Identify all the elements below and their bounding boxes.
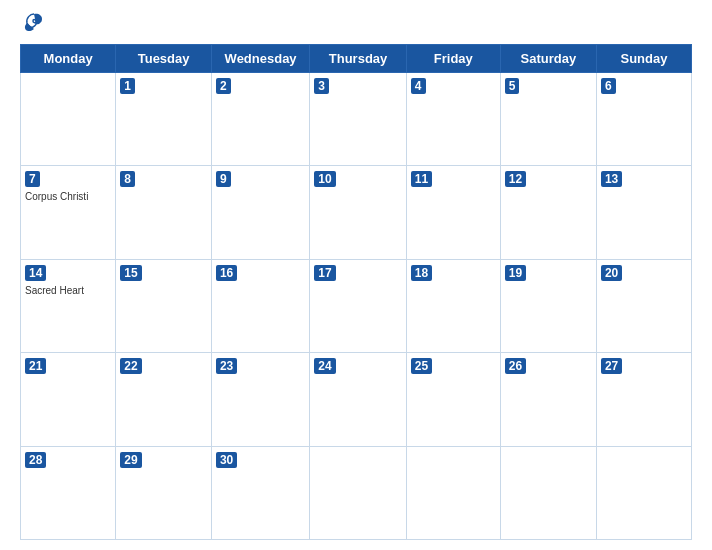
calendar-week-row: 14Sacred Heart151617181920 [21, 259, 692, 352]
day-number: 21 [25, 358, 46, 374]
calendar-day-cell [596, 446, 691, 539]
day-number: 29 [120, 452, 141, 468]
day-number: 19 [505, 265, 526, 281]
logo-bird-icon [20, 10, 48, 38]
calendar-day-cell: 7Corpus Christi [21, 166, 116, 259]
day-number: 28 [25, 452, 46, 468]
calendar-day-cell: 27 [596, 353, 691, 446]
day-number: 13 [601, 171, 622, 187]
calendar-day-cell: 16 [211, 259, 309, 352]
day-number: 16 [216, 265, 237, 281]
calendar-body: 1234567Corpus Christi891011121314Sacred … [21, 73, 692, 540]
day-number: 11 [411, 171, 432, 187]
calendar-day-cell [500, 446, 596, 539]
calendar-day-cell: 5 [500, 73, 596, 166]
calendar-day-cell: 12 [500, 166, 596, 259]
day-number: 26 [505, 358, 526, 374]
day-number: 4 [411, 78, 426, 94]
calendar-header-row: MondayTuesdayWednesdayThursdayFridaySatu… [21, 45, 692, 73]
calendar-day-cell: 18 [406, 259, 500, 352]
calendar-week-row: 7Corpus Christi8910111213 [21, 166, 692, 259]
day-number: 10 [314, 171, 335, 187]
weekday-header: Friday [406, 45, 500, 73]
calendar-day-cell: 15 [116, 259, 212, 352]
calendar-day-cell: 19 [500, 259, 596, 352]
day-number: 12 [505, 171, 526, 187]
calendar-day-cell: 10 [310, 166, 407, 259]
day-number: 25 [411, 358, 432, 374]
calendar-day-cell: 20 [596, 259, 691, 352]
calendar-table: MondayTuesdayWednesdayThursdayFridaySatu… [20, 44, 692, 540]
calendar-week-row: 123456 [21, 73, 692, 166]
day-number: 27 [601, 358, 622, 374]
day-number: 24 [314, 358, 335, 374]
calendar-day-cell [310, 446, 407, 539]
weekday-header: Wednesday [211, 45, 309, 73]
calendar-week-row: 21222324252627 [21, 353, 692, 446]
calendar-day-cell: 8 [116, 166, 212, 259]
day-number: 17 [314, 265, 335, 281]
day-number: 9 [216, 171, 231, 187]
day-number: 20 [601, 265, 622, 281]
calendar-day-cell [406, 446, 500, 539]
calendar-day-cell [21, 73, 116, 166]
calendar-day-cell: 6 [596, 73, 691, 166]
weekday-header: Thursday [310, 45, 407, 73]
calendar-day-cell: 24 [310, 353, 407, 446]
calendar-day-cell: 17 [310, 259, 407, 352]
calendar-day-cell: 30 [211, 446, 309, 539]
calendar-day-cell: 23 [211, 353, 309, 446]
day-number: 6 [601, 78, 616, 94]
calendar-day-cell: 14Sacred Heart [21, 259, 116, 352]
calendar-day-cell: 11 [406, 166, 500, 259]
weekday-header: Monday [21, 45, 116, 73]
day-number: 3 [314, 78, 329, 94]
weekday-header: Tuesday [116, 45, 212, 73]
day-number: 8 [120, 171, 135, 187]
weekday-header: Saturday [500, 45, 596, 73]
calendar-day-cell: 4 [406, 73, 500, 166]
calendar-day-cell: 2 [211, 73, 309, 166]
calendar-day-cell: 28 [21, 446, 116, 539]
calendar-day-cell: 9 [211, 166, 309, 259]
day-number: 15 [120, 265, 141, 281]
weekday-header: Sunday [596, 45, 691, 73]
calendar-week-row: 282930 [21, 446, 692, 539]
calendar-day-cell: 29 [116, 446, 212, 539]
calendar-day-cell: 26 [500, 353, 596, 446]
calendar-day-cell: 3 [310, 73, 407, 166]
holiday-label: Corpus Christi [25, 191, 111, 202]
calendar-day-cell: 22 [116, 353, 212, 446]
day-number: 30 [216, 452, 237, 468]
day-number: 14 [25, 265, 46, 281]
day-number: 1 [120, 78, 135, 94]
logo [20, 10, 52, 38]
day-number: 2 [216, 78, 231, 94]
calendar-day-cell: 1 [116, 73, 212, 166]
day-number: 7 [25, 171, 40, 187]
day-number: 22 [120, 358, 141, 374]
holiday-label: Sacred Heart [25, 285, 111, 296]
calendar-day-cell: 21 [21, 353, 116, 446]
day-number: 18 [411, 265, 432, 281]
day-number: 23 [216, 358, 237, 374]
calendar-day-cell: 13 [596, 166, 691, 259]
calendar-header [20, 10, 692, 38]
day-number: 5 [505, 78, 520, 94]
calendar-day-cell: 25 [406, 353, 500, 446]
